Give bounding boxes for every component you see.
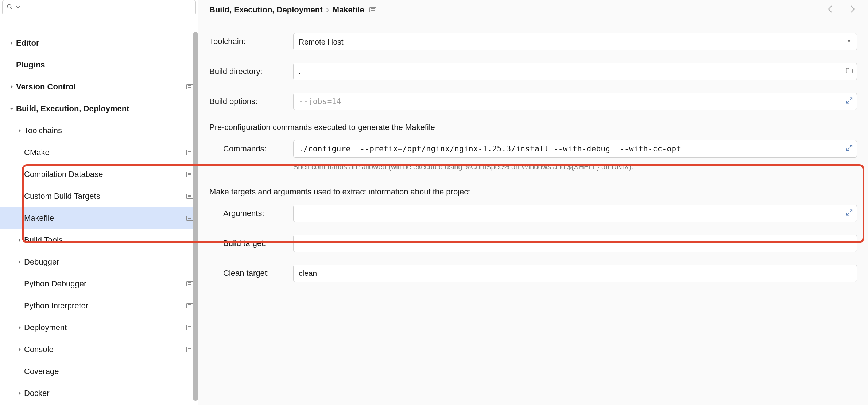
- tree-item-python-interpreter[interactable]: Python Interpreter: [0, 295, 198, 317]
- commands-label: Commands:: [223, 144, 293, 154]
- tree-item-label: Build, Execution, Deployment: [16, 104, 193, 113]
- tree-item-debugger[interactable]: Debugger: [0, 251, 198, 273]
- tree-item-label: Version Control: [16, 82, 183, 92]
- breadcrumb-separator: ›: [326, 5, 329, 15]
- make-targets-section-label: Make targets and arguments used to extra…: [209, 187, 857, 197]
- modified-icon: [186, 325, 193, 330]
- tree-item-label: Docker: [24, 389, 193, 398]
- modified-icon: [186, 347, 193, 352]
- build-directory-label: Build directory:: [209, 67, 293, 76]
- tree-item-deployment[interactable]: Deployment: [0, 317, 198, 339]
- nav-back-icon[interactable]: [826, 4, 835, 16]
- preconfiguration-section-label: Pre-configuration commands executed to g…: [209, 123, 857, 132]
- tree-item-build-execution-deployment[interactable]: Build, Execution, Deployment: [0, 98, 198, 120]
- tree-item-label: Console: [24, 345, 183, 354]
- breadcrumb-current: Makefile: [333, 5, 364, 15]
- modified-icon: [186, 281, 193, 286]
- arguments-input[interactable]: [293, 205, 857, 222]
- sidebar-scrollbar-thumb[interactable]: [193, 32, 198, 401]
- chevron-right-icon[interactable]: [15, 391, 24, 396]
- tree-item-makefile[interactable]: Makefile: [0, 207, 198, 229]
- tree-item-label: Debugger: [24, 257, 193, 267]
- tree-item-coverage[interactable]: Coverage: [0, 360, 198, 382]
- chevron-right-icon[interactable]: [15, 128, 24, 133]
- search-options-chevron-icon[interactable]: [14, 3, 22, 12]
- tree-item-label: Custom Build Targets: [24, 192, 183, 201]
- tree-item-label: Editor: [16, 38, 193, 48]
- build-target-input[interactable]: [293, 235, 857, 252]
- tree-item-compilation-database[interactable]: Compilation Database: [0, 163, 198, 185]
- settings-sidebar: EditorPluginsVersion ControlBuild, Execu…: [0, 0, 198, 405]
- commands-input[interactable]: [293, 140, 857, 158]
- tree-item-label: Toolchains: [24, 126, 193, 135]
- settings-main: Build, Execution, Deployment › Makefile …: [198, 0, 868, 405]
- expand-icon[interactable]: [845, 97, 853, 107]
- tree-item-console[interactable]: Console: [0, 339, 198, 360]
- tree-item-cmake[interactable]: CMake: [0, 142, 198, 163]
- svg-line-1: [11, 8, 12, 9]
- chevron-down-icon[interactable]: [7, 106, 16, 111]
- chevron-right-icon[interactable]: [15, 238, 24, 243]
- arguments-label: Arguments:: [223, 209, 293, 218]
- clean-target-label: Clean target:: [223, 269, 293, 278]
- tree-item-plugins[interactable]: Plugins: [0, 54, 198, 76]
- modified-icon: [186, 150, 193, 155]
- tree-item-label: CMake: [24, 148, 183, 157]
- search-input-container[interactable]: [2, 0, 196, 15]
- build-options-label: Build options:: [209, 97, 293, 106]
- modified-icon: [186, 172, 193, 177]
- tree-item-label: Python Interpreter: [24, 301, 183, 310]
- tree-item-custom-build-targets[interactable]: Custom Build Targets: [0, 185, 198, 207]
- tree-item-label: Coverage: [24, 367, 193, 376]
- toolchain-select[interactable]: Remote Host: [293, 33, 857, 50]
- modified-icon: [369, 7, 376, 12]
- tree-item-label: Deployment: [24, 323, 183, 332]
- expand-icon[interactable]: [845, 144, 853, 154]
- search-input[interactable]: [24, 4, 192, 12]
- chevron-right-icon[interactable]: [7, 40, 16, 46]
- clean-target-input[interactable]: [293, 265, 857, 282]
- expand-icon[interactable]: [845, 209, 853, 219]
- breadcrumb: Build, Execution, Deployment › Makefile: [209, 5, 376, 15]
- build-directory-input[interactable]: [293, 63, 857, 80]
- tree-item-label: Makefile: [24, 213, 183, 223]
- modified-icon: [186, 84, 193, 89]
- nav-forward-icon[interactable]: [848, 4, 857, 16]
- tree-item-python-debugger[interactable]: Python Debugger: [0, 273, 198, 295]
- breadcrumb-parent[interactable]: Build, Execution, Deployment: [209, 5, 322, 15]
- chevron-right-icon[interactable]: [15, 259, 24, 265]
- toolchain-label: Toolchain:: [209, 37, 293, 46]
- tree-item-toolchains[interactable]: Toolchains: [0, 120, 198, 142]
- tree-item-label: Compilation Database: [24, 170, 183, 179]
- chevron-right-icon[interactable]: [15, 325, 24, 330]
- modified-icon: [186, 194, 193, 199]
- modified-icon: [186, 303, 193, 308]
- tree-item-docker[interactable]: Docker: [0, 382, 198, 404]
- build-options-input[interactable]: [293, 93, 857, 110]
- tree-item-label: Plugins: [16, 60, 193, 70]
- tree-item-build-tools[interactable]: Build Tools: [0, 229, 198, 251]
- commands-hint: Shell commands are allowed (will be exec…: [293, 163, 857, 171]
- svg-point-0: [7, 4, 11, 8]
- folder-icon[interactable]: [845, 67, 853, 77]
- build-target-label: Build target:: [223, 239, 293, 248]
- tree-item-label: Build Tools: [24, 235, 193, 245]
- settings-tree: EditorPluginsVersion ControlBuild, Execu…: [0, 18, 198, 405]
- chevron-right-icon[interactable]: [7, 84, 16, 89]
- tree-item-version-control[interactable]: Version Control: [0, 76, 198, 98]
- chevron-right-icon[interactable]: [15, 347, 24, 352]
- tree-item-editor[interactable]: Editor: [0, 32, 198, 54]
- modified-icon: [186, 216, 193, 221]
- search-icon: [6, 3, 13, 12]
- tree-item-label: Python Debugger: [24, 279, 183, 289]
